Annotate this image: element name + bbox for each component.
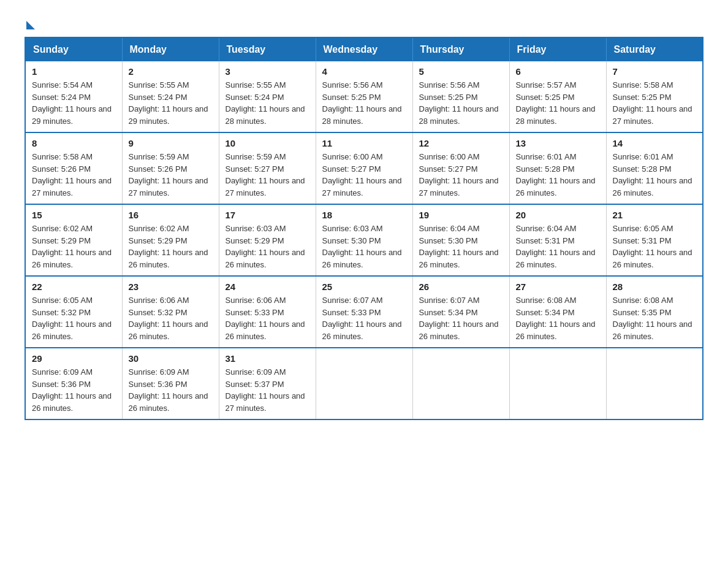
day-info: Sunrise: 6:01 AMSunset: 5:28 PMDaylight:… [613,151,697,199]
calendar-cell: 21Sunrise: 6:05 AMSunset: 5:31 PMDayligh… [606,204,703,276]
calendar-cell: 14Sunrise: 6:01 AMSunset: 5:28 PMDayligh… [606,132,703,204]
calendar-cell: 11Sunrise: 6:00 AMSunset: 5:27 PMDayligh… [316,132,412,204]
calendar-cell: 17Sunrise: 6:03 AMSunset: 5:29 PMDayligh… [219,204,316,276]
calendar-cell [509,348,606,419]
day-number: 3 [226,66,309,77]
calendar-cell: 12Sunrise: 6:00 AMSunset: 5:27 PMDayligh… [412,132,509,204]
calendar-cell: 5Sunrise: 5:56 AMSunset: 5:25 PMDaylight… [412,61,509,132]
weekday-header-row: SundayMondayTuesdayWednesdayThursdayFrid… [25,37,703,61]
day-info: Sunrise: 6:04 AMSunset: 5:30 PMDaylight:… [419,223,503,270]
day-info: Sunrise: 5:54 AMSunset: 5:24 PMDaylight:… [32,79,116,127]
day-number: 16 [129,210,213,220]
day-number: 27 [516,282,600,292]
day-info: Sunrise: 6:09 AMSunset: 5:36 PMDaylight:… [129,366,213,414]
weekday-header-saturday: Saturday [606,37,703,61]
day-info: Sunrise: 5:59 AMSunset: 5:26 PMDaylight:… [129,151,213,199]
calendar-cell: 4Sunrise: 5:56 AMSunset: 5:25 PMDaylight… [316,61,412,132]
day-number: 1 [32,66,116,77]
page-header [25,18,703,25]
calendar-cell: 19Sunrise: 6:04 AMSunset: 5:30 PMDayligh… [412,204,509,276]
calendar-cell: 15Sunrise: 6:02 AMSunset: 5:29 PMDayligh… [25,204,122,276]
calendar-cell: 16Sunrise: 6:02 AMSunset: 5:29 PMDayligh… [122,204,219,276]
calendar-cell: 30Sunrise: 6:09 AMSunset: 5:36 PMDayligh… [122,348,219,419]
day-info: Sunrise: 6:06 AMSunset: 5:33 PMDaylight:… [226,294,309,342]
day-number: 31 [226,353,309,364]
day-info: Sunrise: 6:04 AMSunset: 5:31 PMDaylight:… [516,223,600,270]
day-number: 11 [322,138,406,148]
calendar-cell: 29Sunrise: 6:09 AMSunset: 5:36 PMDayligh… [25,348,122,419]
day-number: 4 [322,66,406,77]
calendar-week-row: 1Sunrise: 5:54 AMSunset: 5:24 PMDaylight… [25,61,703,132]
calendar-cell [606,348,703,419]
day-info: Sunrise: 6:07 AMSunset: 5:34 PMDaylight:… [419,294,503,342]
day-number: 6 [516,66,600,77]
weekday-header-friday: Friday [509,37,606,61]
day-info: Sunrise: 6:01 AMSunset: 5:28 PMDaylight:… [516,151,600,199]
day-info: Sunrise: 6:09 AMSunset: 5:36 PMDaylight:… [32,366,116,414]
day-info: Sunrise: 6:09 AMSunset: 5:37 PMDaylight:… [226,366,309,414]
calendar-cell: 20Sunrise: 6:04 AMSunset: 5:31 PMDayligh… [509,204,606,276]
calendar-cell: 22Sunrise: 6:05 AMSunset: 5:32 PMDayligh… [25,276,122,348]
day-info: Sunrise: 5:58 AMSunset: 5:25 PMDaylight:… [613,79,697,127]
day-info: Sunrise: 5:55 AMSunset: 5:24 PMDaylight:… [129,79,213,127]
calendar-cell: 28Sunrise: 6:08 AMSunset: 5:35 PMDayligh… [606,276,703,348]
day-info: Sunrise: 6:08 AMSunset: 5:35 PMDaylight:… [613,294,697,342]
day-info: Sunrise: 5:56 AMSunset: 5:25 PMDaylight:… [322,79,406,127]
day-number: 28 [613,282,697,292]
calendar-cell: 13Sunrise: 6:01 AMSunset: 5:28 PMDayligh… [509,132,606,204]
day-info: Sunrise: 6:00 AMSunset: 5:27 PMDaylight:… [419,151,503,199]
day-number: 8 [32,138,116,148]
day-number: 24 [226,282,309,292]
calendar-cell: 31Sunrise: 6:09 AMSunset: 5:37 PMDayligh… [219,348,316,419]
weekday-header-wednesday: Wednesday [316,37,412,61]
calendar-cell [316,348,412,419]
day-info: Sunrise: 5:58 AMSunset: 5:26 PMDaylight:… [32,151,116,199]
day-info: Sunrise: 6:06 AMSunset: 5:32 PMDaylight:… [129,294,213,342]
day-number: 12 [419,138,503,148]
day-number: 10 [226,138,309,148]
day-info: Sunrise: 6:07 AMSunset: 5:33 PMDaylight:… [322,294,406,342]
day-info: Sunrise: 6:05 AMSunset: 5:32 PMDaylight:… [32,294,116,342]
day-info: Sunrise: 5:59 AMSunset: 5:27 PMDaylight:… [226,151,309,199]
calendar-cell: 23Sunrise: 6:06 AMSunset: 5:32 PMDayligh… [122,276,219,348]
calendar-cell: 27Sunrise: 6:08 AMSunset: 5:34 PMDayligh… [509,276,606,348]
calendar-cell: 10Sunrise: 5:59 AMSunset: 5:27 PMDayligh… [219,132,316,204]
day-info: Sunrise: 6:05 AMSunset: 5:31 PMDaylight:… [613,223,697,270]
weekday-header-sunday: Sunday [25,37,122,61]
day-number: 9 [129,138,213,148]
day-info: Sunrise: 6:02 AMSunset: 5:29 PMDaylight:… [32,223,116,270]
day-number: 29 [32,353,116,364]
day-info: Sunrise: 6:02 AMSunset: 5:29 PMDaylight:… [129,223,213,270]
calendar-cell: 18Sunrise: 6:03 AMSunset: 5:30 PMDayligh… [316,204,412,276]
weekday-header-monday: Monday [122,37,219,61]
day-info: Sunrise: 6:03 AMSunset: 5:29 PMDaylight:… [226,223,309,270]
day-number: 7 [613,66,697,77]
day-number: 30 [129,353,213,364]
calendar-cell: 2Sunrise: 5:55 AMSunset: 5:24 PMDaylight… [122,61,219,132]
calendar-cell: 24Sunrise: 6:06 AMSunset: 5:33 PMDayligh… [219,276,316,348]
calendar-cell: 3Sunrise: 5:55 AMSunset: 5:24 PMDaylight… [219,61,316,132]
logo-triangle-icon [26,21,35,29]
day-number: 26 [419,282,503,292]
day-number: 5 [419,66,503,77]
calendar-cell: 8Sunrise: 5:58 AMSunset: 5:26 PMDaylight… [25,132,122,204]
calendar-table: SundayMondayTuesdayWednesdayThursdayFrid… [25,37,703,420]
weekday-header-tuesday: Tuesday [219,37,316,61]
day-info: Sunrise: 5:56 AMSunset: 5:25 PMDaylight:… [419,79,503,127]
calendar-cell: 6Sunrise: 5:57 AMSunset: 5:25 PMDaylight… [509,61,606,132]
day-number: 21 [613,210,697,220]
day-number: 19 [419,210,503,220]
day-number: 2 [129,66,213,77]
calendar-week-row: 29Sunrise: 6:09 AMSunset: 5:36 PMDayligh… [25,348,703,419]
day-number: 13 [516,138,600,148]
calendar-cell [412,348,509,419]
calendar-week-row: 22Sunrise: 6:05 AMSunset: 5:32 PMDayligh… [25,276,703,348]
logo [25,18,35,25]
weekday-header-thursday: Thursday [412,37,509,61]
day-number: 23 [129,282,213,292]
calendar-cell: 25Sunrise: 6:07 AMSunset: 5:33 PMDayligh… [316,276,412,348]
day-info: Sunrise: 6:03 AMSunset: 5:30 PMDaylight:… [322,223,406,270]
day-number: 18 [322,210,406,220]
calendar-week-row: 15Sunrise: 6:02 AMSunset: 5:29 PMDayligh… [25,204,703,276]
day-info: Sunrise: 5:55 AMSunset: 5:24 PMDaylight:… [226,79,309,127]
